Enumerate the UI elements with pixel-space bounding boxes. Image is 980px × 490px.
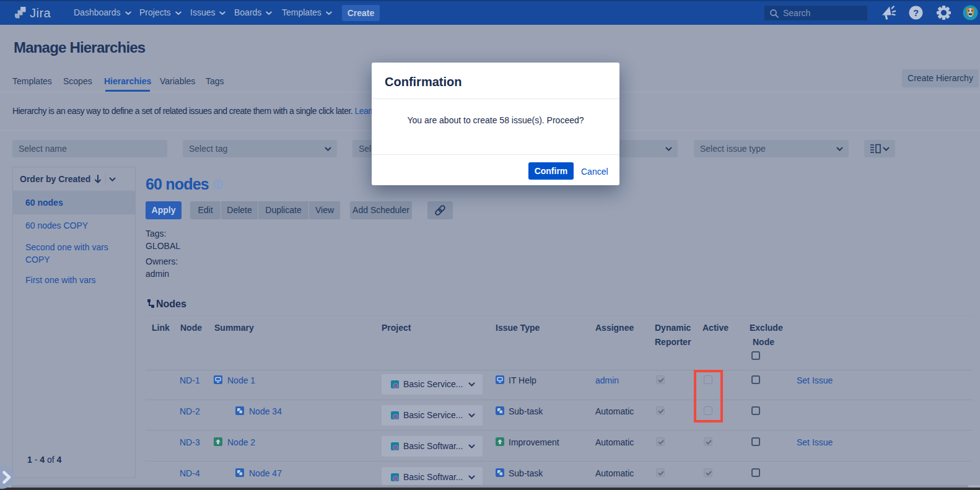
svg-text:?: ? (913, 7, 919, 18)
